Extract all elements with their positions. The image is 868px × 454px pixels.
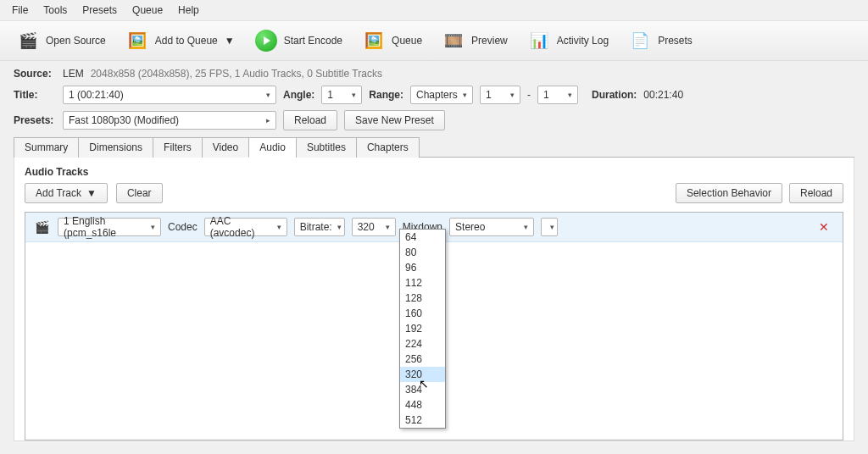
chevron-down-icon: ▾ <box>352 91 356 99</box>
title-label: Title: <box>14 89 56 101</box>
range-from-value: 1 <box>486 89 492 101</box>
tab-chapters[interactable]: Chapters <box>356 137 420 158</box>
title-dropdown[interactable]: 1 (00:21:40) ▾ <box>63 86 276 104</box>
chevron-down-icon: ▾ <box>568 91 572 99</box>
preset-dropdown[interactable]: Fast 1080p30 (Modified) ▸ <box>63 111 276 130</box>
range-label: Range: <box>369 89 403 101</box>
audio-tracks-header: Audio Tracks <box>25 166 843 178</box>
bitrate-option[interactable]: 512 <box>400 412 445 428</box>
codec-label: Codec <box>168 221 198 233</box>
range-to-value: 1 <box>543 89 549 101</box>
mixdown-dropdown[interactable]: Stereo ▾ <box>449 218 534 236</box>
bitrate-option[interactable]: 448 <box>400 397 445 412</box>
extra-dropdown[interactable]: ▾ <box>541 218 558 236</box>
chevron-down-icon: ▾ <box>151 223 155 231</box>
tab-summary[interactable]: Summary <box>14 137 79 158</box>
menu-help[interactable]: Help <box>171 2 206 19</box>
range-from-dropdown[interactable]: 1 ▾ <box>480 86 520 104</box>
bitrate-label: Bitrate: <box>300 221 332 233</box>
track-source-value: 1 English (pcm_s16le <box>64 215 146 239</box>
tab-video[interactable]: Video <box>202 137 249 158</box>
chevron-down-icon: ▾ <box>386 223 390 231</box>
bitrate-value: 320 <box>358 221 375 233</box>
menu-presets[interactable]: Presets <box>75 2 124 19</box>
start-encode-label: Start Encode <box>284 35 342 47</box>
bitrate-option[interactable]: 64 <box>400 230 445 245</box>
range-dash: - <box>527 89 531 101</box>
chevron-down-icon: ▾ <box>524 223 528 231</box>
bitrate-option[interactable]: 112 <box>400 275 445 291</box>
bitrate-dropdown[interactable]: 320 ▾ <box>352 218 396 236</box>
source-label: Source: <box>14 68 56 80</box>
chevron-down-icon: ▾ <box>463 91 467 99</box>
chevron-down-icon: ▼ <box>86 187 97 199</box>
add-queue-label: Add to Queue <box>155 35 218 47</box>
save-new-preset-button[interactable]: Save New Preset <box>344 110 445 130</box>
bitrate-option[interactable]: 128 <box>400 291 445 306</box>
activity-log-button[interactable]: 📊 Activity Log <box>520 27 617 54</box>
tab-dimensions[interactable]: Dimensions <box>78 137 153 158</box>
add-to-queue-button[interactable]: 🖼️ Add to Queue ▼ <box>118 27 243 54</box>
title-value: 1 (00:21:40) <box>69 89 124 101</box>
track-list: 🎬 1 English (pcm_s16le ▾ Codec AAC (avco… <box>25 212 843 440</box>
open-source-button[interactable]: 🎬 Open Source <box>8 27 114 54</box>
tab-filters[interactable]: Filters <box>153 137 203 158</box>
tab-audio[interactable]: Audio <box>248 137 297 158</box>
bitrate-popup[interactable]: 64 80 96 112 128 160 192 224 256 320 384… <box>399 229 446 429</box>
play-icon <box>255 30 277 52</box>
chevron-down-icon: ▾ <box>337 223 342 231</box>
source-info: 2048x858 (2048x858), 25 FPS, 1 Audio Tra… <box>91 68 382 80</box>
bitrate-option[interactable]: 256 <box>400 352 445 367</box>
duration-value: 00:21:40 <box>643 89 683 101</box>
bitrate-option[interactable]: 96 <box>400 260 445 275</box>
angle-label: Angle: <box>283 89 314 101</box>
delete-track-button[interactable]: ✕ <box>812 220 836 234</box>
range-type-dropdown[interactable]: Chapters ▾ <box>410 86 473 104</box>
chevron-right-icon: ▸ <box>266 116 270 125</box>
tabstrip: Summary Dimensions Filters Video Audio S… <box>14 136 854 158</box>
bitrate-label-dropdown[interactable]: Bitrate: ▾ <box>294 218 345 236</box>
preview-label: Preview <box>471 35 508 47</box>
presets-icon: 📄 <box>629 30 651 51</box>
preview-button[interactable]: 🎞️ Preview <box>434 27 516 54</box>
angle-value: 1 <box>327 89 333 101</box>
open-source-label: Open Source <box>46 35 106 47</box>
menu-tools[interactable]: Tools <box>36 2 74 19</box>
chevron-down-icon: ▾ <box>510 91 515 99</box>
title-row: Title: 1 (00:21:40) ▾ Angle: 1 ▾ Range: … <box>14 86 854 104</box>
queue-icon: 🖼️ <box>363 30 385 51</box>
chevron-down-icon: ▾ <box>277 223 281 231</box>
bitrate-option[interactable]: 192 <box>400 321 445 336</box>
presets-label: Presets <box>658 35 693 47</box>
codec-value: AAC (avcodec) <box>210 215 272 239</box>
reload-tracks-button[interactable]: Reload <box>789 183 843 203</box>
selection-behavior-button[interactable]: Selection Behavior <box>676 183 782 203</box>
menu-file[interactable]: File <box>5 2 35 19</box>
menu-queue[interactable]: Queue <box>125 2 170 19</box>
codec-dropdown[interactable]: AAC (avcodec) ▾ <box>204 218 287 236</box>
clear-button[interactable]: Clear <box>116 183 163 203</box>
add-track-button[interactable]: Add Track ▼ <box>25 183 108 203</box>
start-encode-button[interactable]: Start Encode <box>247 26 351 55</box>
bitrate-option[interactable]: 224 <box>400 336 445 352</box>
reload-button[interactable]: Reload <box>283 110 337 130</box>
presets-button[interactable]: 📄 Presets <box>620 27 701 54</box>
track-source-dropdown[interactable]: 1 English (pcm_s16le ▾ <box>58 218 161 236</box>
log-icon: 📊 <box>528 30 550 51</box>
queue-button[interactable]: 🖼️ Queue <box>354 27 431 54</box>
source-name: LEM <box>63 68 84 80</box>
chevron-down-icon: ▾ <box>550 223 554 231</box>
bitrate-option[interactable]: 80 <box>400 245 445 260</box>
add-queue-icon: 🖼️ <box>126 30 148 51</box>
menubar: File Tools Presets Queue Help <box>0 0 868 21</box>
mixdown-value: Stereo <box>455 221 485 233</box>
tab-subtitles[interactable]: Subtitles <box>296 137 357 158</box>
bitrate-option[interactable]: 160 <box>400 306 445 321</box>
film-icon: 🎬 <box>17 30 39 51</box>
range-to-dropdown[interactable]: 1 ▾ <box>537 86 578 104</box>
bitrate-option-selected[interactable]: 320 <box>400 367 445 382</box>
angle-dropdown[interactable]: 1 ▾ <box>321 86 362 104</box>
bitrate-option[interactable]: 384 <box>400 382 445 397</box>
activity-label: Activity Log <box>557 35 609 47</box>
source-row: Source: LEM 2048x858 (2048x858), 25 FPS,… <box>14 68 854 80</box>
